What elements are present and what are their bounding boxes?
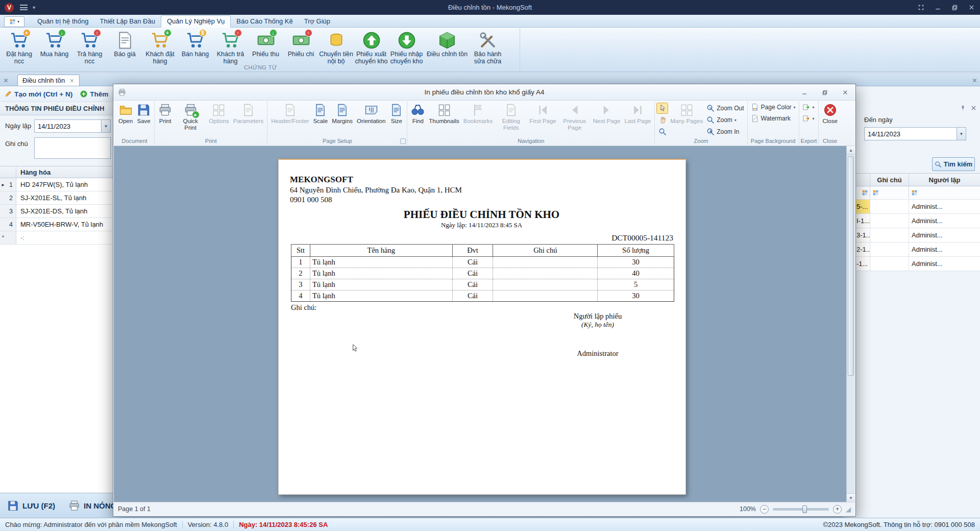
tabbar-close-button[interactable] — [0, 75, 11, 86]
scroll-up-arrow-icon[interactable]: ▲ — [847, 146, 855, 155]
many-pages-button[interactable]: Many Pages — [668, 102, 705, 125]
table-row[interactable]: 3-1... Administ... — [843, 228, 980, 243]
auto-filter-row[interactable] — [843, 186, 980, 200]
close-icon[interactable] — [970, 105, 977, 111]
ban-hang-button[interactable]: $ Bán hàng — [178, 30, 213, 59]
tab-close-icon[interactable] — [69, 78, 75, 83]
quick-access-caret-icon[interactable]: ▾ — [33, 5, 35, 10]
tab-thiet-lap-ban-dau[interactable]: Thiết Lập Ban Đầu — [94, 16, 160, 27]
zoom-in-button[interactable]: + — [833, 505, 842, 514]
magnifier-tool-button[interactable] — [656, 126, 668, 137]
add-link[interactable]: Thêm — [90, 90, 108, 98]
new-record-link[interactable]: Tạo mới (Ctrl + N) — [14, 90, 72, 98]
table-row[interactable]: 4 MR-V50EH-BRW-V, Tủ lạnh — [0, 218, 114, 231]
zoom-out-button[interactable]: − — [760, 505, 769, 514]
item-cell[interactable]: MR-V50EH-BRW-V, Tủ lạnh — [16, 218, 114, 231]
app-menu-button[interactable]: ▾ — [4, 16, 24, 27]
tabbar-right-close-button[interactable] — [969, 75, 980, 86]
zoom-button[interactable]: Zoom▾ — [705, 114, 745, 126]
pointer-tool-button[interactable] — [656, 103, 668, 114]
quick-print-button[interactable]: ▸Quick Print — [174, 102, 207, 131]
note-cell[interactable] — [870, 200, 909, 213]
fullscreen-button[interactable] — [913, 0, 929, 15]
orientation-button[interactable]: Orientation — [355, 102, 387, 125]
chevron-down-icon[interactable]: ▼ — [957, 128, 966, 140]
scroll-down-arrow-icon[interactable]: ▼ — [847, 493, 855, 502]
export-document-button[interactable]: ▾ — [801, 102, 816, 113]
khach-dat-hang-button[interactable]: + Khách đặt hàng — [142, 30, 178, 66]
mua-hang-button[interactable]: ↓ Mua hàng — [37, 30, 72, 59]
tra-hang-ncc-button[interactable]: ↑ Trả hàng ncc — [72, 30, 107, 66]
creator-cell[interactable]: Administ... — [909, 228, 980, 242]
dialog-close-button[interactable] — [835, 84, 855, 100]
dat-hang-ncc-button[interactable]: + Đặt hàng ncc — [2, 30, 37, 66]
zoom-out-button[interactable]: −Zoom Out — [705, 103, 745, 114]
pin-icon[interactable] — [960, 105, 966, 111]
parameters-button[interactable]: Parameters — [231, 102, 265, 125]
bao-gia-button[interactable]: Báo giá — [107, 30, 142, 59]
phieu-xuat-chuyen-kho-button[interactable]: Phiếu xuất chuyển kho — [354, 30, 389, 66]
scale-button[interactable]: Scale — [311, 102, 330, 125]
restore-button[interactable] — [946, 0, 963, 15]
item-cell[interactable]: HD 247FW(S), Tủ lạnh — [16, 178, 114, 191]
creator-cell[interactable]: Administ... — [909, 214, 980, 228]
scrollbar-thumb[interactable] — [848, 156, 854, 376]
save-button[interactable]: LƯU (F2) — [7, 500, 55, 512]
creator-cell[interactable]: Administ... — [909, 243, 980, 256]
print-button[interactable]: Print — [156, 102, 174, 125]
margins-button[interactable]: Margins — [330, 102, 355, 125]
note-cell[interactable] — [870, 243, 909, 256]
dialog-maximize-button[interactable] — [815, 84, 835, 100]
note-cell[interactable] — [870, 257, 909, 271]
note-input[interactable] — [34, 137, 111, 159]
phieu-nhap-chuyen-kho-button[interactable]: Phiếu nhập chuyển kho — [389, 30, 424, 66]
minimize-button[interactable] — [929, 0, 946, 15]
creator-cell[interactable]: Administ... — [909, 257, 980, 271]
close-button[interactable] — [963, 0, 980, 15]
phieu-chi-button[interactable]: ↑ Phiếu chi — [283, 30, 318, 59]
table-row[interactable]: 2-1... Administ... — [843, 243, 980, 257]
item-cell[interactable]: SJ-X201E-DS, Tủ lạnh — [16, 205, 114, 218]
column-header-hang-hoa[interactable]: Hàng hóa — [16, 166, 114, 178]
search-button[interactable]: Tìm kiếm — [932, 157, 975, 171]
phieu-thu-button[interactable]: ↓ Phiếu thu — [248, 30, 283, 59]
zoom-slider-handle[interactable] — [802, 505, 807, 513]
chevron-down-icon[interactable]: ▼ — [101, 120, 110, 132]
open-button[interactable]: Open — [116, 102, 135, 125]
khach-tra-hang-button[interactable]: ↑ Khách trả hàng — [213, 30, 248, 66]
tab-quan-tri-he-thong[interactable]: Quản trị hệ thống — [32, 16, 94, 27]
new-row[interactable]: * -: — [0, 231, 114, 245]
note-cell[interactable] — [870, 228, 909, 242]
table-row[interactable]: 3 SJ-X201E-DS, Tủ lạnh — [0, 205, 114, 218]
watermark-button[interactable]: Watermark — [749, 113, 792, 124]
tab-tro-giup[interactable]: Trợ Giúp — [299, 16, 336, 27]
table-row[interactable]: ▸1 HD 247FW(S), Tủ lạnh — [0, 178, 114, 191]
save-button[interactable]: Save — [135, 102, 153, 125]
preview-scrollbar[interactable]: ▲ ▼ — [846, 146, 855, 502]
size-button[interactable]: Size — [387, 102, 405, 125]
page-color-button[interactable]: Page Color▾ — [749, 102, 797, 113]
to-date-picker[interactable]: 14/11/2023 ▼ — [864, 127, 966, 140]
quick-print-voucher-button[interactable]: IN NÓNG — [68, 500, 116, 512]
item-cell[interactable]: SJ-X201E-SL, Tủ lạnh — [16, 191, 114, 204]
tab-bao-cao-thong-ke[interactable]: Báo Cáo Thống Kê — [231, 16, 298, 27]
note-column-header[interactable]: Ghi chú — [870, 174, 909, 186]
find-button[interactable]: Find — [409, 102, 427, 125]
zoom-slider[interactable] — [773, 508, 829, 511]
table-row[interactable]: 2 SJ-X201E-SL, Tủ lạnh — [0, 191, 114, 205]
bao-hanh-sua-chua-button[interactable]: Bảo hành sửa chữa — [470, 30, 505, 66]
bookmarks-button[interactable]: Bookmarks — [461, 102, 495, 125]
dieu-chinh-ton-button[interactable]: Điều chỉnh tồn — [424, 30, 470, 59]
close-preview-button[interactable]: Close — [820, 102, 839, 125]
next-page-button[interactable]: Next Page — [591, 102, 623, 125]
header-footer-button[interactable]: Header/Footer — [269, 102, 311, 125]
zoom-in-button[interactable]: +Zoom In — [705, 126, 745, 137]
creator-cell[interactable]: Administ... — [909, 200, 980, 213]
page-setup-dialog-launcher-icon[interactable] — [400, 138, 406, 144]
chuyen-tien-noi-bo-button[interactable]: Chuyển tiền nội bộ — [318, 30, 354, 66]
table-row[interactable]: -1... Administ... — [843, 257, 980, 271]
menu-icon[interactable] — [20, 5, 28, 10]
first-page-button[interactable]: First Page — [527, 102, 558, 125]
tab-quan-ly-nghiep-vu[interactable]: Quản Lý Nghiệp Vụ — [161, 15, 231, 28]
send-document-button[interactable]: ▾ — [801, 113, 816, 124]
